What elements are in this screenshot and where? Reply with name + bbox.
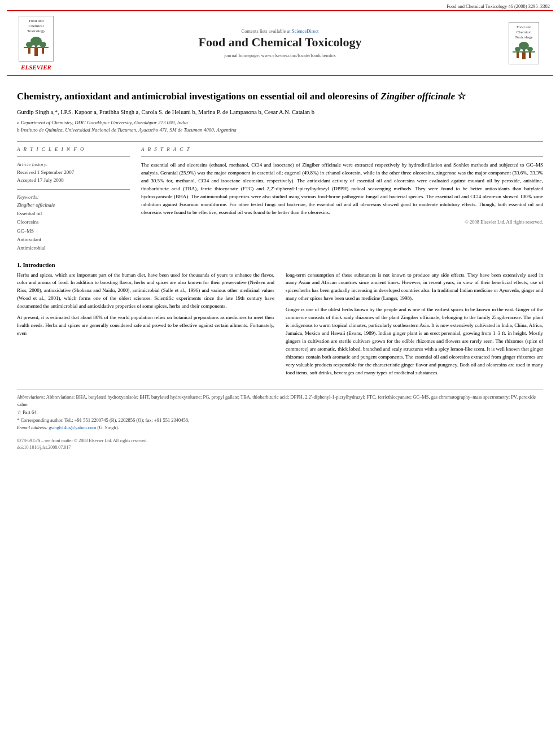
introduction-body: Herbs and spices, which are important pa… [17,272,543,381]
article-dates: Received 1 September 2007 Accepted 17 Ju… [17,168,130,185]
journal-title-section: Contents lists available at ScienceDirec… [59,28,501,58]
history-label: Article history: [17,161,130,167]
sciencedirect-link[interactable]: ScienceDirect [292,28,319,34]
svg-point-4 [40,42,46,47]
email-note: E-mail address: gsingh14us@yahoo.com (G.… [17,424,543,432]
svg-rect-6 [42,48,44,54]
abstract-heading: A B S T R A C T [141,146,543,152]
article-info-col: A R T I C L E I N F O Article history: R… [17,146,130,253]
star-note: ☆ Part 64. [17,409,543,417]
authors: Gurdip Singh a,*, I.P.S. Kapoor a, Prati… [17,108,543,117]
keywords-label: Keywords: [17,194,130,200]
journal-homepage: journal homepage: www.elsevier.com/locat… [59,53,501,58]
elsevier-logo-section: Food andChemicalToxicology ELSEVIER [14,16,59,71]
abbreviations-note: Abbreviations: Abbreviations: BHA, butyl… [17,394,543,409]
main-content: Chemistry, antioxidant and antimicrobial… [0,76,560,457]
intro-right-col: long-term consumption of these substance… [286,272,543,381]
sciencedirect-line: Contents lists available at ScienceDirec… [59,28,501,34]
footnotes-section: Abbreviations: Abbreviations: BHA, butyl… [17,390,543,432]
right-logo-section: Food andChemicalToxicology [501,22,546,64]
svg-point-11 [515,47,520,51]
svg-rect-5 [28,48,30,54]
svg-point-3 [26,42,33,47]
intro-left-p1: Herbs and spices, which are important pa… [17,272,274,311]
svg-rect-14 [529,53,531,58]
article-info-heading: A R T I C L E I N F O [17,146,130,152]
left-logo-box: Food andChemicalToxicology [19,16,54,62]
keywords-divider [17,189,130,190]
introduction-section: 1. Introduction Herbs and spices, which … [17,262,543,381]
divider-line [17,141,543,142]
keywords-list: Zingiber officinale Essential oil Oleore… [17,201,130,253]
svg-rect-7 [34,48,38,56]
journal-reference: Food and Chemical Toxicology 46 (2008) 3… [0,0,560,10]
abstract-copyright: © 2008 Elsevier Ltd. All rights reserved… [141,219,543,225]
svg-point-12 [527,47,533,51]
svg-rect-13 [517,53,519,58]
intro-left-col: Herbs and spices, which are important pa… [17,272,274,381]
introduction-title: 1. Introduction [17,262,543,268]
email-link[interactable]: gsingh14us@yahoo.com [49,425,96,430]
affiliations: a Department of Chemistry, DDU Gorakhpur… [17,119,543,134]
info-abstract-section: A R T I C L E I N F O Article history: R… [17,146,543,253]
journal-header: Food andChemicalToxicology ELSEVIER Cont… [7,10,553,76]
bottom-copyright: 0278-6915/$ – see front matter © 2008 El… [17,438,543,452]
svg-rect-15 [522,53,526,59]
abstract-divider [141,156,543,157]
right-logo-box: Food andChemicalToxicology [509,22,539,64]
info-divider [17,156,130,157]
abstract-text: The essential oil and oleoresins (ethano… [141,161,543,217]
journal-title: Food and Chemical Toxicology [59,35,501,50]
intro-left-p2: At present, it is estimated that about 8… [17,314,274,338]
corresponding-note: * Corresponding author. Tel.: +91 551 22… [17,417,543,425]
abstract-col: A B S T R A C T The essential oil and ol… [141,146,543,253]
article-title: Chemistry, antioxidant and antimicrobial… [17,90,543,103]
intro-right-p1: long-term consumption of these substance… [286,272,543,303]
elsevier-wordmark: ELSEVIER [21,64,51,71]
intro-right-p2: Ginger is one of the oldest herbs known … [286,306,543,377]
